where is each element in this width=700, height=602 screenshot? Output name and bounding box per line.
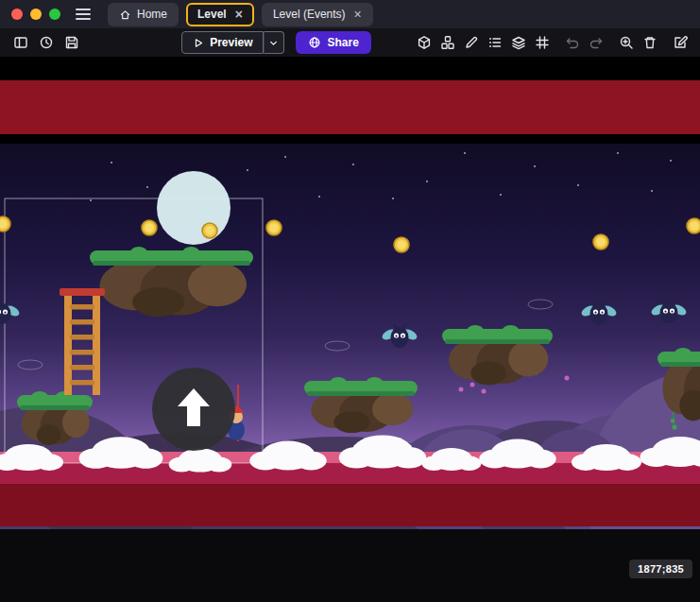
scene-editor-canvas[interactable] <box>0 57 700 529</box>
coin-object[interactable] <box>202 223 217 238</box>
save-icon[interactable] <box>60 31 82 54</box>
preview-label: Preview <box>210 36 252 49</box>
tab-close-icon[interactable]: × <box>235 8 243 21</box>
bottom-red-band-object[interactable] <box>0 484 700 526</box>
grid-icon[interactable] <box>531 31 553 54</box>
tab-close-icon[interactable]: × <box>354 8 362 21</box>
home-icon <box>119 9 131 21</box>
top-red-band-object[interactable] <box>0 80 700 134</box>
play-icon <box>192 37 204 49</box>
toolbar: Preview Share <box>0 28 700 57</box>
coin-object[interactable] <box>394 237 409 252</box>
toolbar-icon-group <box>669 31 691 54</box>
tab-label: Home <box>137 8 167 21</box>
preview-button-group: Preview <box>181 31 283 54</box>
layers-icon[interactable] <box>507 31 529 54</box>
object-groups-icon[interactable] <box>436 31 458 54</box>
level-scene[interactable] <box>0 57 700 529</box>
minimize-window-button[interactable] <box>30 9 42 20</box>
toolbar-icon-group <box>561 31 606 54</box>
globe-icon <box>308 36 321 49</box>
cursor-coordinates-badge: 1877;835 <box>629 559 692 578</box>
tab-label: Level <box>197 8 227 21</box>
bottom-panel: 1877;835 <box>0 529 700 602</box>
edit-properties-icon[interactable] <box>669 31 691 54</box>
tab-level[interactable]: Level× <box>186 3 254 26</box>
moon-object[interactable] <box>157 171 230 245</box>
toolbar-right-icons <box>404 31 691 54</box>
coin-object[interactable] <box>0 216 10 232</box>
zoom-in-icon[interactable] <box>615 31 637 54</box>
tab-level-events[interactable]: Level (Events)× <box>262 3 373 26</box>
history-icon[interactable] <box>35 31 57 54</box>
trash-icon[interactable] <box>639 31 660 54</box>
main-menu-button[interactable] <box>74 7 93 22</box>
redo-icon[interactable] <box>585 31 606 54</box>
instances-list-icon[interactable] <box>484 31 505 54</box>
share-label: Share <box>328 36 359 49</box>
cube-3d-icon[interactable] <box>413 31 435 54</box>
coin-object[interactable] <box>687 218 700 233</box>
preview-button[interactable]: Preview <box>181 31 263 54</box>
app-window: HomeLevel×Level (Events)× Preview Share <box>0 0 700 602</box>
tab-home[interactable]: Home <box>108 3 179 26</box>
tab-label: Level (Events) <box>273 8 346 21</box>
coin-object[interactable] <box>266 220 282 235</box>
toolbar-icon-group <box>615 31 660 54</box>
pen-icon[interactable] <box>460 31 482 54</box>
coin-object[interactable] <box>593 234 608 249</box>
undo-icon[interactable] <box>561 31 583 54</box>
zoom-window-button[interactable] <box>49 9 60 20</box>
tab-bar: HomeLevel×Level (Events)× <box>108 0 373 28</box>
titlebar: HomeLevel×Level (Events)× <box>0 0 700 28</box>
chevron-down-icon <box>267 37 280 49</box>
toolbar-icon-group <box>413 31 553 54</box>
share-button[interactable]: Share <box>296 31 371 54</box>
preview-options-button[interactable] <box>264 31 284 54</box>
panels-icon[interactable] <box>9 31 31 54</box>
close-window-button[interactable] <box>11 9 23 20</box>
traffic-lights <box>8 9 60 20</box>
jump-button-object[interactable] <box>152 368 235 451</box>
coin-object[interactable] <box>142 220 157 235</box>
toolbar-left-icons <box>9 31 82 54</box>
toolbar-center: Preview Share <box>82 31 404 54</box>
